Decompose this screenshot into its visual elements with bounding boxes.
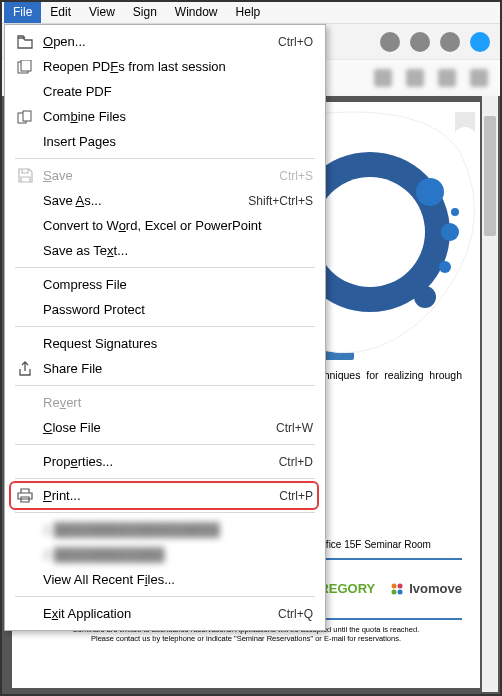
menu-properties-label: Properties... [43,454,279,469]
menu-saveas-label: Save As... [43,193,248,208]
scroll-thumb[interactable] [484,116,496,236]
combine-icon [15,110,35,124]
sponsor-ivomove: Ivomove [389,581,462,597]
svg-point-2 [416,178,444,206]
menu-combine-label: Combine Files [43,109,313,124]
svg-point-3 [441,223,459,241]
svg-point-13 [398,589,403,594]
menu-close-label: Close File [43,420,276,435]
menu-separator [15,512,315,513]
svg-point-1 [315,177,425,287]
menu-separator [15,385,315,386]
menu-exit-shortcut: Ctrl+Q [278,607,313,621]
menu-signatures-label: Request Signatures [43,336,313,351]
svg-point-12 [392,589,397,594]
menu-recent-2[interactable]: 2 ████████████ [5,542,325,567]
menu-combine[interactable]: Combine Files [5,104,325,129]
menu-open-shortcut: Ctrl+O [278,35,313,49]
menu-revert: Revert [5,390,325,415]
svg-point-4 [439,261,451,273]
menu-recent-1[interactable]: 1 ██████████████████ [5,517,325,542]
save-icon [15,168,35,183]
menu-separator [15,444,315,445]
menu-signatures[interactable]: Request Signatures [5,331,325,356]
menu-save-as[interactable]: Save As... Shift+Ctrl+S [5,188,325,213]
menu-reopen-label: Reopen PDFs from last session [43,59,313,74]
home-icon[interactable] [380,32,400,52]
menu-print[interactable]: Print... Ctrl+P [5,483,325,508]
menu-create-pdf[interactable]: Create PDF [5,79,325,104]
menu-save-text[interactable]: Save as Text... [5,238,325,263]
svg-rect-17 [23,111,31,121]
menu-exit[interactable]: Exit Application Ctrl+Q [5,601,325,626]
tool-icon[interactable] [406,69,424,87]
menu-share-label: Share File [43,361,313,376]
menu-print-label: Print... [43,488,279,503]
menu-save-label: Save [43,168,279,183]
svg-point-5 [414,286,436,308]
menu-reopen[interactable]: Reopen PDFs from last session [5,54,325,79]
menu-save: Save Ctrl+S [5,163,325,188]
svg-rect-15 [21,60,31,71]
menu-convert[interactable]: Convert to Word, Excel or PowerPoint [5,213,325,238]
menu-view-recent[interactable]: View All Recent Files... [5,567,325,592]
menu-create-label: Create PDF [43,84,313,99]
menu-viewrecent-label: View All Recent Files... [43,572,313,587]
menu-open-label: Open... [43,34,278,49]
menu-savetext-label: Save as Text... [43,243,313,258]
share-icon [15,361,35,376]
tool-icon[interactable] [438,69,456,87]
menubar-help[interactable]: Help [227,2,270,23]
menubar-view[interactable]: View [80,2,124,23]
svg-point-6 [451,208,459,216]
menu-saveas-shortcut: Shift+Ctrl+S [248,194,313,208]
menu-save-shortcut: Ctrl+S [279,169,313,183]
menu-password[interactable]: Password Protect [5,297,325,322]
tool-icon[interactable] [374,69,392,87]
menu-close-shortcut: Ctrl+W [276,421,313,435]
vertical-scrollbar[interactable] [482,96,498,692]
tool-icon[interactable] [470,69,488,87]
file-menu: Open... Ctrl+O Reopen PDFs from last ses… [4,24,326,631]
reopen-icon [15,60,35,74]
menu-compress[interactable]: Compress File [5,272,325,297]
menubar-file[interactable]: File [4,2,41,23]
menu-separator [15,478,315,479]
menu-print-shortcut: Ctrl+P [279,489,313,503]
menubar-window[interactable]: Window [166,2,227,23]
print-icon [15,488,35,503]
menu-separator [15,326,315,327]
account-icon[interactable] [470,32,490,52]
menu-recent1-label: 1 ██████████████████ [43,522,313,537]
menu-compress-label: Compress File [43,277,313,292]
menu-close-file[interactable]: Close File Ctrl+W [5,415,325,440]
menu-properties-shortcut: Ctrl+D [279,455,313,469]
menu-exit-label: Exit Application [43,606,278,621]
svg-point-11 [398,583,403,588]
bell-icon[interactable] [440,32,460,52]
menu-share[interactable]: Share File [5,356,325,381]
menu-insert-pages[interactable]: Insert Pages [5,129,325,154]
menubar: File Edit View Sign Window Help [2,2,500,24]
menubar-edit[interactable]: Edit [41,2,80,23]
open-icon [15,35,35,49]
menu-revert-label: Revert [43,395,313,410]
menu-separator [15,267,315,268]
menu-recent2-label: 2 ████████████ [43,547,313,562]
menu-properties[interactable]: Properties... Ctrl+D [5,449,325,474]
menu-password-label: Password Protect [43,302,313,317]
svg-point-10 [392,583,397,588]
menu-insert-label: Insert Pages [43,134,313,149]
menu-separator [15,596,315,597]
menu-convert-label: Convert to Word, Excel or PowerPoint [43,218,313,233]
menubar-sign[interactable]: Sign [124,2,166,23]
menu-separator [15,158,315,159]
menu-open[interactable]: Open... Ctrl+O [5,29,325,54]
star-icon[interactable] [410,32,430,52]
